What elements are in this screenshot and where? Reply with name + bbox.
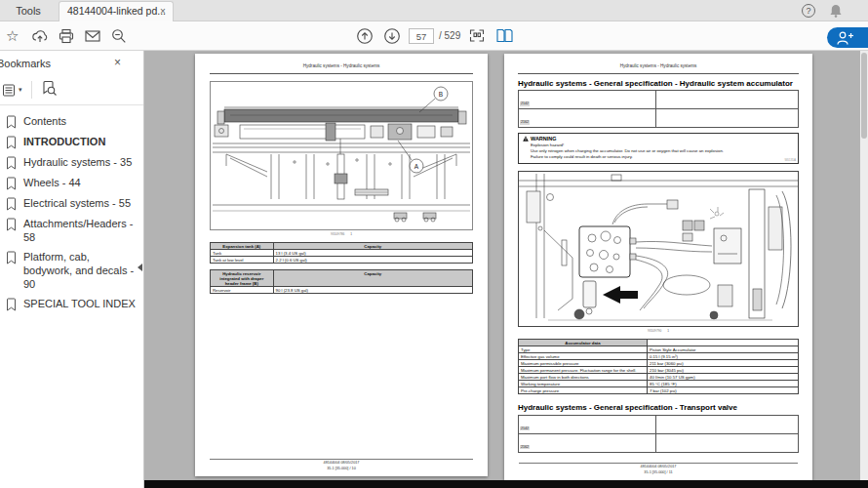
accumulator-data-table: Accumulator data TypePiston Style Accumu…	[518, 339, 799, 394]
favorite-star-icon[interactable]: ☆	[6, 27, 23, 45]
reservoir-table: Hydraulic reservoir integrated with drap…	[210, 269, 473, 294]
bookmark-label: SPECIAL TOOL INDEX	[23, 297, 136, 310]
bookmark-item-wheels[interactable]: Wheels - 44	[0, 173, 141, 193]
print-icon[interactable]	[58, 27, 75, 45]
two-page-view-icon[interactable]	[495, 27, 513, 45]
figure-caption: 931097861	[210, 232, 473, 236]
toolbar-separator	[31, 81, 32, 99]
tab-bar: Tools 48144004-linked pd... × ?	[0, 0, 868, 21]
bookmarks-options-icon[interactable]: ▾	[2, 83, 22, 98]
table-row: 2162	[519, 109, 799, 128]
email-icon[interactable]	[84, 27, 101, 45]
section-title-accumulator: Hydraulic systems - General specificatio…	[518, 79, 799, 88]
table-row: Reservoir 90 l (23.8 US gal)	[211, 287, 473, 294]
warning-box: WARNING Explosion hazard! Use only nitro…	[518, 133, 799, 164]
footer-page-info: 35.1 [35.000] / 10	[210, 467, 473, 471]
table-cell: 0.15 l (9.15 in³)	[648, 353, 799, 360]
table-cell: Tank at low level	[211, 257, 274, 264]
bookmark-item-electrical-systems[interactable]: Electrical systems - 55	[0, 193, 141, 214]
caret-down-icon: ▾	[19, 86, 22, 94]
bookmarks-list: Contents INTRODUCTION Hydraulic systems …	[0, 107, 141, 314]
zoom-out-icon[interactable]	[110, 27, 128, 45]
table-cell: Pre-charge pressure	[519, 387, 648, 394]
tab-tools[interactable]: Tools	[0, 0, 57, 21]
bookmark-item-contents[interactable]: Contents	[0, 111, 141, 132]
notifications-bell-icon[interactable]	[828, 3, 844, 19]
table-cell: 210 bar (3045 psi)	[648, 367, 799, 374]
document-viewport: Hydraulic systems - Hydraulic systems	[144, 51, 868, 488]
previous-page-icon[interactable]	[356, 27, 374, 45]
table-cell: 2.2 l (0.6 US gal)	[273, 257, 472, 264]
page-number-input[interactable]	[409, 28, 434, 44]
table-row: 2142	[519, 91, 799, 109]
page-footer: 48144004 08/05/2017 35.1 [35.000] / 11	[519, 463, 798, 475]
find-current-bookmark-icon[interactable]	[41, 80, 58, 101]
bookmark-item-introduction[interactable]: INTRODUCTION	[0, 132, 141, 152]
help-icon[interactable]: ?	[802, 4, 815, 18]
table-cell: Maximum permanent pressure. Fluctuation …	[519, 367, 648, 374]
table-header-cell: Capacity	[273, 243, 472, 250]
bookmark-label: Attachments/Headers - 58	[23, 217, 139, 244]
section-title-transport-valve: Hydraulic systems - General specificatio…	[518, 403, 799, 412]
figure-id: 93109786	[331, 232, 344, 236]
warning-text: Explosion hazard! Use only nitrogen when…	[531, 142, 794, 159]
table-row: 2162	[519, 433, 799, 452]
model-code: 2162	[520, 120, 530, 125]
bookmarks-close-icon[interactable]: ×	[114, 56, 121, 69]
table-cell: 90 l (23.8 US gal)	[273, 287, 472, 294]
bookmarks-toolbar: ▾	[2, 78, 58, 102]
bookmark-item-hydraulic-systems[interactable]: Hydraulic systems - 35	[0, 152, 141, 173]
table-row: Tank 13 l (3.4 US gal)	[211, 250, 473, 257]
bookmark-label: Platform, cab, bodywork, and decals - 90	[23, 250, 139, 291]
cloud-upload-icon[interactable]	[31, 27, 49, 45]
model-code: 2142	[520, 102, 530, 106]
table-cell: 13 l (3.4 US gal)	[273, 250, 472, 257]
share-button[interactable]	[827, 27, 868, 48]
draper-header-drawing: B A	[211, 82, 472, 229]
table-row: Effective gas volume0.15 l (9.15 in³)	[519, 353, 799, 360]
table-cell: Tank	[211, 250, 274, 257]
running-header: Hydraulic systems - Hydraulic systems	[518, 63, 799, 68]
scrollbar-thumb[interactable]	[861, 53, 867, 139]
page-right: Hydraulic systems - Hydraulic systems Hy…	[504, 54, 812, 480]
header-rule	[210, 73, 473, 74]
model-code: 2162	[520, 445, 530, 450]
callout-a-label: A	[414, 163, 419, 170]
next-page-icon[interactable]	[383, 27, 401, 45]
figure-number: 1	[350, 232, 352, 236]
callout-b-label: B	[439, 91, 443, 98]
pointer-arrow	[603, 286, 620, 304]
bookmark-label: INTRODUCTION	[23, 135, 105, 148]
panel-collapse-handle[interactable]	[138, 264, 142, 271]
warning-label: WARNING	[531, 136, 557, 142]
panel-divider	[0, 104, 143, 105]
table-row: Tank at low level 2.2 l (0.6 US gal)	[211, 257, 473, 264]
toolbar: ☆ / 529	[0, 21, 868, 51]
bookmarks-panel-title: Bookmarks	[0, 58, 51, 69]
tab-close-icon[interactable]: ×	[156, 2, 170, 21]
table-row: Maximum permissible pressure211 bar (306…	[519, 360, 799, 367]
bookmark-label: Electrical systems - 55	[23, 196, 131, 210]
tab-document[interactable]: 48144004-linked pd... ×	[59, 1, 174, 21]
bookmarks-panel: Bookmarks × ▾ Contents INTRODUCTION	[0, 51, 144, 488]
bottom-bar	[144, 480, 868, 488]
table-cell: Effective gas volume	[519, 353, 648, 360]
page-footer: 48144004 08/05/2017 35.1 [35.000] / 10	[210, 459, 473, 471]
page-thumbnails-icon[interactable]	[468, 27, 486, 45]
expansion-tank-table: Expansion tank (A) Capacity Tank 13 l (3…	[210, 242, 473, 264]
table-row: TypePiston Style Accumulator	[519, 346, 799, 353]
vertical-scrollbar[interactable]	[860, 51, 868, 480]
figure-accumulator-location	[518, 171, 799, 327]
table-header-cell: Hydraulic reservoir integrated with drap…	[211, 270, 274, 287]
model-code: 2142	[520, 427, 530, 431]
table-cell: Reservoir	[211, 287, 274, 294]
page-total-label: / 529	[439, 30, 460, 41]
bookmark-item-attachments-headers[interactable]: Attachments/Headers - 58	[0, 214, 141, 247]
pdf-viewer-window: Tools 48144004-linked pd... × ? ☆	[0, 0, 868, 488]
bookmark-item-special-tool-index[interactable]: SPECIAL TOOL INDEX	[0, 294, 141, 314]
table-cell: 7 bar (102 psi)	[648, 387, 799, 394]
bookmark-label: Contents	[23, 114, 66, 128]
table-cell: 40 l/min (10.57 US gpm)	[648, 374, 799, 381]
bookmark-item-platform-cab[interactable]: Platform, cab, bodywork, and decals - 90	[0, 247, 141, 294]
model-applicability-table: 2142 2162	[518, 415, 799, 453]
